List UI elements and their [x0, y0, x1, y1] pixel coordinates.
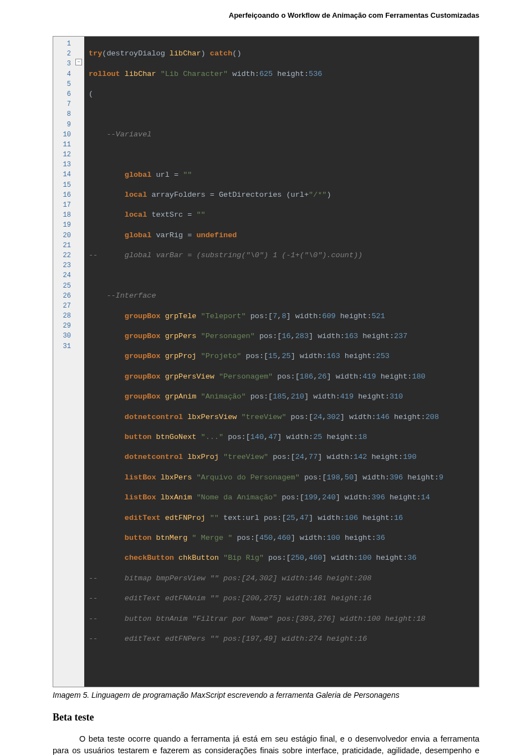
line-number: 6 — [57, 89, 71, 99]
line-number: 26 — [57, 291, 71, 301]
fold-toggle-icon: − — [75, 59, 82, 65]
running-header: Aperfeiçoando o Workflow de Animação com… — [53, 11, 479, 19]
line-number: 5 — [57, 79, 71, 89]
code-screenshot: 1234567891011121314151617181920212223242… — [53, 36, 479, 687]
figure-caption: Imagem 5. Linguagem de programação MaxSc… — [53, 691, 479, 699]
line-number: 1 — [57, 39, 71, 49]
line-number: 31 — [57, 341, 71, 351]
line-number: 2 — [57, 49, 71, 59]
line-number: 16 — [57, 190, 71, 200]
line-number-gutter: 1234567891011121314151617181920212223242… — [53, 37, 74, 687]
line-number: 13 — [57, 160, 71, 170]
section-para-beta: O beta teste ocorre quando a ferramenta … — [53, 733, 479, 756]
line-number: 3 — [57, 59, 71, 69]
line-number: 7 — [57, 99, 71, 109]
line-number: 10 — [57, 130, 71, 140]
line-number: 25 — [57, 281, 71, 291]
line-number: 9 — [57, 120, 71, 130]
section-heading-beta: Beta teste — [53, 712, 479, 723]
line-number: 8 — [57, 109, 71, 119]
line-number: 20 — [57, 231, 71, 241]
line-number: 29 — [57, 321, 71, 331]
line-number: 19 — [57, 220, 71, 230]
line-number: 22 — [57, 251, 71, 260]
line-number: 21 — [57, 241, 71, 251]
line-number: 4 — [57, 69, 71, 79]
line-number: 24 — [57, 270, 71, 280]
line-number: 15 — [57, 180, 71, 190]
line-number: 27 — [57, 301, 71, 311]
line-number: 11 — [57, 140, 71, 150]
line-number: 17 — [57, 200, 71, 210]
code-content: try(destroyDialog libChar) catch() rollo… — [84, 37, 479, 687]
line-number: 30 — [57, 331, 71, 341]
line-number: 14 — [57, 170, 71, 180]
line-number: 28 — [57, 311, 71, 321]
line-number: 18 — [57, 210, 71, 220]
line-number: 12 — [57, 150, 71, 160]
fold-column: − — [74, 37, 84, 687]
line-number: 23 — [57, 260, 71, 270]
